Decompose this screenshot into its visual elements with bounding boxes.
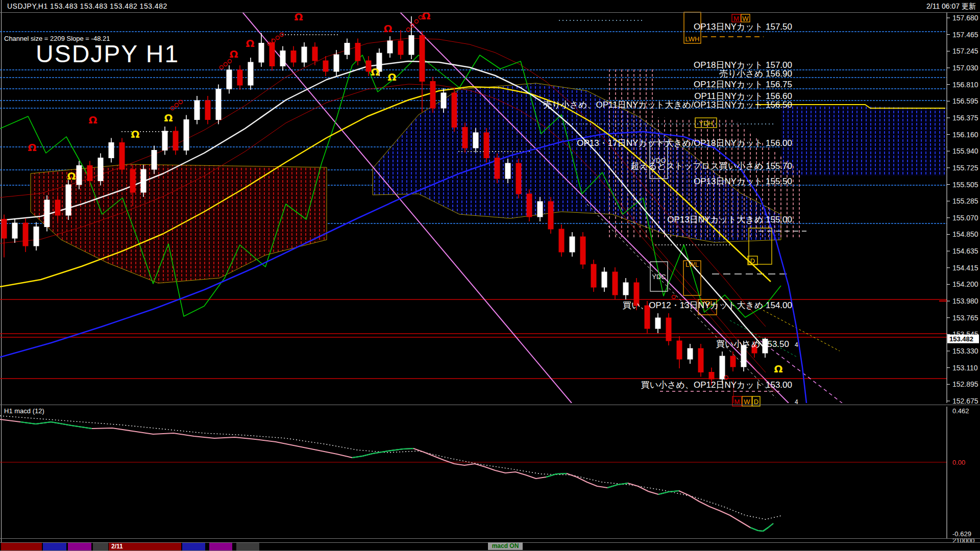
price-chart-canvas[interactable]: ΩΩΩΩΩΩΩΩΩΩΩΩΩ 44LWHMWYDHYDOYDCLWLYDLDMWD… [0, 0, 980, 551]
circle-marker-2 [276, 36, 280, 40]
circle-marker-14 [672, 295, 676, 299]
candle-17 [184, 115, 189, 155]
candle-body [237, 70, 242, 85]
candle-body [484, 133, 489, 158]
candle-body [441, 93, 446, 108]
candle-20 [216, 85, 221, 124]
candle-body [462, 128, 468, 148]
macd-pane[interactable] [0, 416, 947, 531]
candle-body [709, 372, 714, 380]
candle-36 [387, 36, 393, 58]
candle-body [109, 143, 114, 158]
op-annotation-6: OP13・17日NYカット大きめ/OP18日NYカット 156.00 [577, 138, 792, 148]
candle-40 [430, 77, 435, 113]
candle-13 [141, 165, 146, 197]
macd-on-button[interactable]: macd ON [488, 542, 523, 550]
current-price-tag-value: 153.482 [949, 335, 973, 343]
candle-body [720, 356, 725, 379]
price-axis-label: 157.245 [952, 47, 978, 55]
price-axis-label: 154.635 [952, 247, 978, 255]
candle-body [44, 200, 50, 227]
candle-body [612, 272, 618, 295]
candle-65 [698, 344, 703, 377]
candle-27 [291, 46, 296, 67]
candle-4 [44, 195, 50, 232]
candle-body [184, 120, 189, 151]
level-box-D: D [748, 256, 757, 265]
candle-38 [409, 16, 414, 59]
candle-body [688, 348, 693, 359]
candle-body [473, 133, 478, 148]
level-box-LWL: LWL [683, 261, 701, 295]
trading-app-window: USDJPY,H1 153.483 153.483 153.482 153.48… [0, 0, 980, 551]
candle-body [602, 272, 607, 287]
price-axis-label: 155.070 [952, 214, 978, 222]
macd-main-line-green-2 [546, 473, 567, 477]
candle-body [570, 237, 575, 252]
level-box-label: YDH [699, 119, 713, 127]
candle-56 [602, 267, 607, 292]
signal-marker-red-2: Ω [383, 22, 392, 35]
candle-23 [248, 58, 253, 90]
level-box-label: D [750, 257, 755, 265]
candle-body [280, 51, 285, 66]
candle-body [527, 194, 532, 217]
op-annotation-8: OP13日NYカット 155.50 [694, 177, 792, 186]
macd-main-line-green-4 [658, 491, 679, 494]
price-axis[interactable]: 157.680157.465157.245157.030156.810156.5… [939, 13, 979, 544]
header-separator [0, 12, 980, 13]
candle-body [77, 166, 82, 185]
candle-body [355, 43, 360, 61]
price-axis-label: 155.940 [952, 147, 978, 155]
candle-body [398, 41, 403, 55]
candle-11 [119, 138, 125, 174]
candle-body [141, 169, 146, 192]
candle-body [23, 223, 28, 246]
candle-body [580, 237, 585, 264]
price-axis-label: 154.415 [952, 264, 978, 272]
candle-63 [677, 336, 682, 368]
circle-marker-6 [415, 20, 419, 23]
candle-16 [173, 127, 178, 155]
signal-marker-red-1: Ω [422, 10, 430, 22]
candle-body [248, 62, 253, 85]
candle-body [677, 341, 682, 359]
channel-info-label: Channel size = 2209 Slope = -48.21 [4, 35, 110, 42]
circle-marker-9 [175, 104, 179, 107]
op-annotation-7: 超えるとストップロス買い小さめ 155.70 [630, 161, 792, 171]
price-axis-label: 155.505 [952, 181, 978, 189]
candle-body [270, 43, 275, 66]
candle-body [698, 348, 703, 372]
signal-marker-red-3: Ω [246, 37, 254, 49]
price-axis-label: 153.330 [952, 347, 978, 355]
candle-body [409, 36, 414, 55]
macd-indicator-label: H1 macd (12) [4, 407, 44, 415]
timeline-segment-1 [43, 543, 66, 550]
candle-body [162, 131, 167, 151]
signal-marker-red-5: Ω [88, 114, 97, 126]
candle-1 [12, 218, 17, 243]
candle-body [548, 202, 553, 229]
trend-line-2 [761, 341, 842, 403]
price-axis-label: 156.375 [952, 114, 978, 122]
candle-28 [302, 42, 307, 67]
op-annotation-11: 買い小さめ 153.50 [716, 339, 789, 349]
level-box-label: W [742, 15, 749, 22]
ichimoku-cloud-future [781, 105, 945, 176]
candle-53 [570, 232, 575, 257]
level-box-label: LWL [685, 261, 699, 268]
candle-body [420, 36, 425, 82]
macd-main-line-green-0 [20, 422, 92, 429]
candle-body [452, 93, 457, 128]
candle-22 [237, 65, 242, 90]
circle-marker-4 [407, 28, 410, 32]
macd-axis-label-1: 0.00 [952, 459, 965, 466]
candle-body [152, 151, 157, 170]
candle-body [666, 318, 671, 341]
price-axis-label: 156.595 [952, 97, 978, 105]
candle-25 [270, 39, 275, 71]
candle-body [345, 43, 350, 55]
candle-body [537, 202, 543, 217]
candle-9 [98, 154, 103, 186]
candle-body [730, 356, 736, 367]
